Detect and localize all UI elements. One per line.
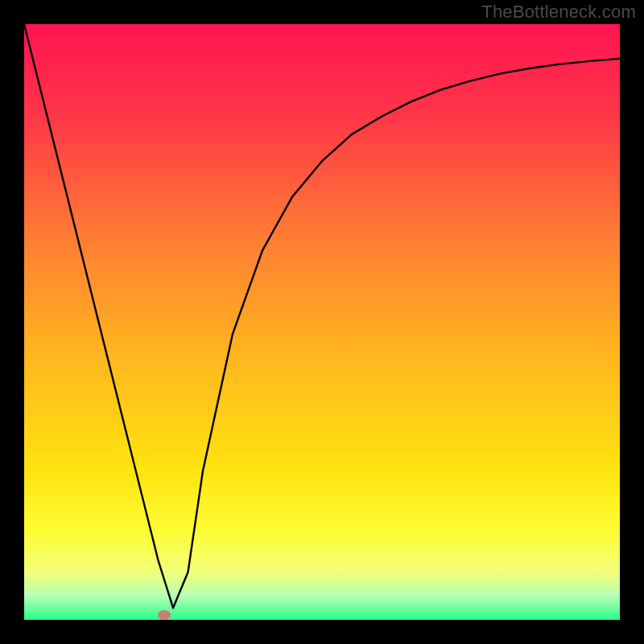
minimum-marker — [158, 610, 171, 620]
gradient-background — [24, 24, 620, 620]
attribution-text: TheBottleneck.com — [481, 2, 636, 23]
plot-area — [24, 24, 620, 620]
chart-frame: TheBottleneck.com — [0, 0, 644, 644]
